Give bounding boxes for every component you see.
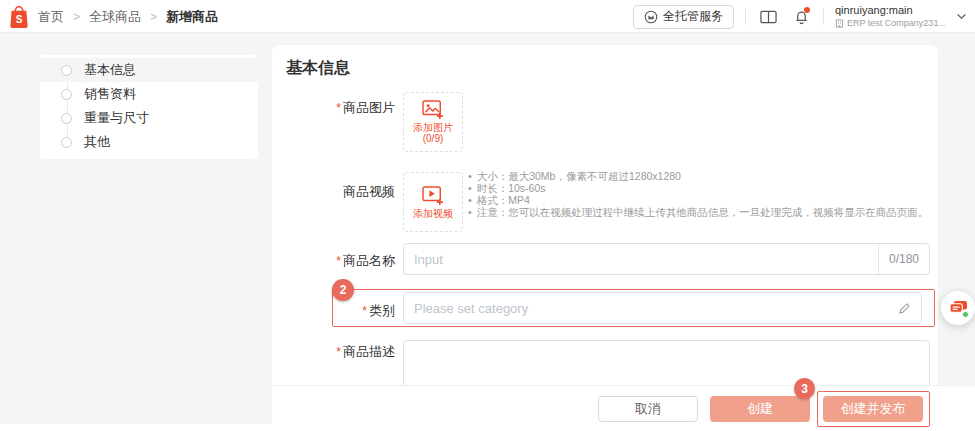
online-status-dot [962, 311, 969, 318]
add-image-upload-button[interactable]: 添加图片 (0/9) [403, 92, 463, 152]
sidebar-step-basic-info[interactable]: 基本信息 [40, 58, 258, 82]
category-label: *类别 [272, 302, 395, 320]
step-label: 基本信息 [84, 61, 136, 79]
header-actions: 全托管服务 qinruiyang:main [633, 0, 967, 33]
manual-book-icon[interactable] [757, 6, 779, 28]
managed-service-button[interactable]: 全托管服务 [633, 5, 734, 29]
category-input[interactable] [404, 293, 888, 323]
user-company: ERP test Company231... [835, 18, 945, 29]
add-video-text: 添加视频 [413, 208, 453, 219]
page: S 首页 > 全球商品 > 新增商品 全托管服务 [0, 0, 975, 431]
step-label: 重量与尺寸 [84, 109, 149, 127]
header-divider [745, 9, 746, 25]
section-title: 基本信息 [286, 58, 350, 79]
product-name-input[interactable] [404, 244, 878, 274]
breadcrumb-global-products[interactable]: 全球商品 [89, 8, 141, 26]
category-field[interactable] [403, 292, 922, 324]
step-circle-icon [61, 89, 72, 100]
breadcrumb-separator: > [73, 10, 80, 24]
company-name: ERP test Company231... [847, 18, 945, 29]
video-note-format: 格式：MP4 [468, 194, 936, 206]
user-name: qinruiyang:main [835, 4, 945, 18]
notification-dot [804, 7, 810, 13]
video-note-duration: 时长：10s-60s [468, 182, 936, 194]
bottom-strip [0, 424, 272, 431]
top-header: S 首页 > 全球商品 > 新增商品 全托管服务 [0, 0, 975, 33]
required-mark: * [336, 101, 341, 115]
product-name-label: *商品名称 [272, 252, 395, 270]
step-circle-icon [61, 113, 72, 124]
step-circle-icon [61, 65, 72, 76]
annotation-badge-3: 3 [794, 378, 815, 399]
breadcrumb-add-product: 新增商品 [166, 8, 218, 26]
breadcrumb: 首页 > 全球商品 > 新增商品 [38, 0, 218, 33]
video-note-attention: 注意：您可以在视频处理过程中继续上传其他商品信息，一旦处理完成，视频将显示在商品… [468, 206, 936, 218]
form-steps-sidebar: 基本信息 销售资料 重量与尺寸 其他 [40, 55, 258, 159]
action-footer: 取消 创建 创建并发布 3 [272, 385, 975, 431]
sidebar-step-sales-info[interactable]: 销售资料 [40, 82, 258, 106]
sidebar-step-weight-dimensions[interactable]: 重量与尺寸 [40, 106, 258, 130]
required-mark: * [336, 345, 341, 359]
product-name-field: 0/180 [403, 243, 930, 275]
product-image-label: *商品图片 [272, 99, 395, 117]
create-button[interactable]: 创建 [710, 396, 810, 422]
video-requirements: 大小：最大30Mb，像素不可超过1280x1280 时长：10s-60s 格式：… [468, 170, 936, 218]
add-video-upload-button[interactable]: 添加视频 [403, 172, 463, 232]
sidebar-step-others[interactable]: 其他 [40, 130, 258, 154]
user-account[interactable]: qinruiyang:main ERP test Company231... [835, 4, 945, 29]
svg-text:S: S [16, 14, 23, 25]
product-video-label: 商品视频 [272, 183, 395, 201]
basic-info-panel: 基本信息 *商品图片 添加图片 (0/9) 商品视频 [272, 45, 938, 431]
video-note-size: 大小：最大30Mb，像素不可超过1280x1280 [468, 170, 936, 182]
create-and-publish-button[interactable]: 创建并发布 [823, 396, 923, 422]
breadcrumb-separator: > [150, 10, 157, 24]
company-building-icon [835, 19, 844, 28]
chat-widget-button[interactable] [941, 291, 975, 325]
breadcrumb-home[interactable]: 首页 [38, 8, 64, 26]
managed-service-label: 全托管服务 [663, 8, 723, 25]
step-label: 销售资料 [84, 85, 136, 103]
required-mark: * [362, 304, 367, 318]
image-count: (0/9) [423, 133, 444, 144]
chevron-down-icon[interactable] [956, 13, 967, 20]
step-circle-icon [61, 137, 72, 148]
crown-badge-icon [644, 10, 658, 24]
cancel-button[interactable]: 取消 [598, 396, 698, 422]
add-image-text: 添加图片 [413, 122, 453, 133]
step-label: 其他 [84, 133, 110, 151]
edit-pencil-icon[interactable] [888, 302, 921, 315]
description-label: *商品描述 [272, 343, 395, 361]
notification-bell-icon[interactable] [790, 6, 812, 28]
char-counter: 0/180 [878, 244, 929, 274]
annotation-badge-2: 2 [332, 279, 354, 301]
required-mark: * [336, 254, 341, 268]
image-plus-icon [422, 100, 444, 122]
video-plus-icon [422, 186, 444, 208]
shopee-logo-icon[interactable]: S [8, 4, 30, 29]
header-divider [823, 9, 824, 25]
